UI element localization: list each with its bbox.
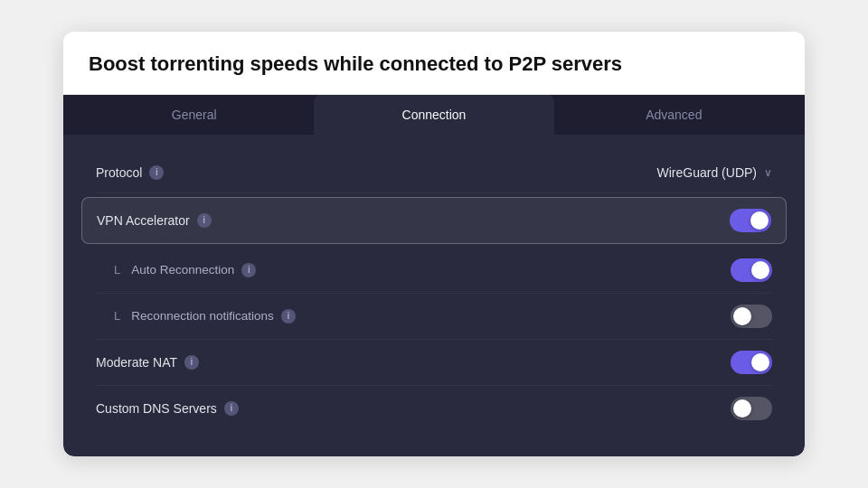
vpn-accelerator-label: VPN Accelerator i xyxy=(97,213,212,228)
custom-dns-servers-toggle[interactable] xyxy=(731,397,772,420)
page-title: Boost torrenting speeds while connected … xyxy=(89,52,779,78)
auto-reconnection-toggle[interactable] xyxy=(731,258,772,282)
main-card: Boost torrenting speeds while connected … xyxy=(63,32,805,456)
custom-dns-servers-row: Custom DNS Servers i xyxy=(96,386,772,431)
indent-marker-2: L xyxy=(114,309,120,323)
reconnection-notifications-label: L Reconnection notifications i xyxy=(96,309,296,324)
vpn-accelerator-row: VPN Accelerator i xyxy=(81,197,787,244)
moderate-nat-toggle[interactable] xyxy=(731,351,772,374)
protocol-label: Protocol i xyxy=(96,165,164,180)
card-header: Boost torrenting speeds while connected … xyxy=(63,32,805,95)
custom-dns-servers-label: Custom DNS Servers i xyxy=(96,401,239,416)
moderate-nat-row: Moderate NAT i xyxy=(96,340,772,386)
moderate-nat-label: Moderate NAT i xyxy=(96,355,199,370)
settings-content: Protocol i WireGuard (UDP) ∨ VPN Acceler… xyxy=(63,135,805,456)
auto-reconnection-info-icon[interactable]: i xyxy=(241,263,256,277)
auto-reconnection-label: L Auto Reconnection i xyxy=(96,263,256,277)
reconnection-notifications-row: L Reconnection notifications i xyxy=(96,294,772,340)
auto-reconnection-row: L Auto Reconnection i xyxy=(96,248,772,294)
protocol-chevron-icon: ∨ xyxy=(764,166,772,179)
vpn-accelerator-toggle[interactable] xyxy=(730,209,771,232)
vpn-accelerator-info-icon[interactable]: i xyxy=(197,213,212,228)
tabs-container: General Connection Advanced xyxy=(63,95,805,135)
custom-dns-servers-info-icon[interactable]: i xyxy=(224,401,239,416)
tab-general[interactable]: General xyxy=(74,95,314,135)
indent-marker-1: L xyxy=(114,263,120,277)
protocol-select[interactable]: WireGuard (UDP) ∨ xyxy=(657,165,772,180)
moderate-nat-info-icon[interactable]: i xyxy=(184,355,199,370)
card-body: General Connection Advanced Protocol i W… xyxy=(63,95,805,456)
reconnection-notifications-info-icon[interactable]: i xyxy=(281,309,296,324)
protocol-row: Protocol i WireGuard (UDP) ∨ xyxy=(96,153,772,193)
tab-connection[interactable]: Connection xyxy=(314,95,553,135)
protocol-info-icon[interactable]: i xyxy=(149,165,164,180)
reconnection-notifications-toggle[interactable] xyxy=(731,305,772,328)
tab-advanced[interactable]: Advanced xyxy=(554,95,794,135)
